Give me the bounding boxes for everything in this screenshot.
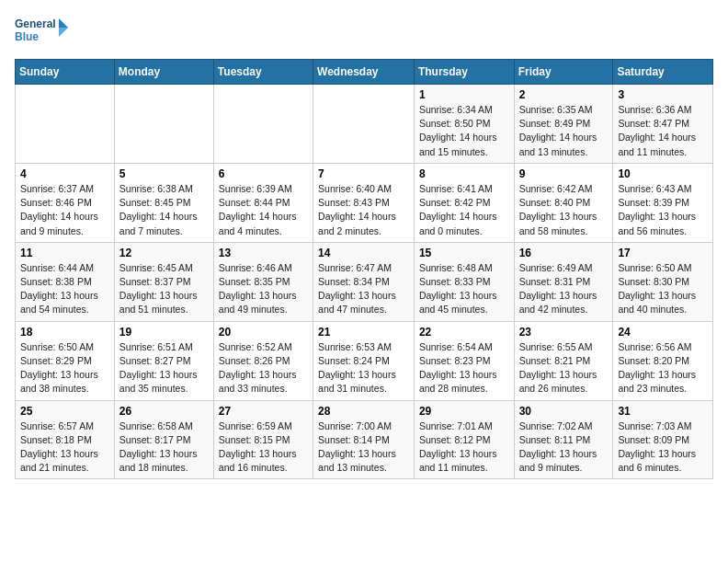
calendar-cell: 5Sunrise: 6:38 AM Sunset: 8:45 PM Daylig… [114, 163, 213, 242]
calendar-week-row: 18Sunrise: 6:50 AM Sunset: 8:29 PM Dayli… [16, 321, 713, 400]
day-number: 2 [519, 88, 609, 101]
calendar-cell: 3Sunrise: 6:36 AM Sunset: 8:47 PM Daylig… [613, 85, 713, 164]
day-number: 30 [519, 405, 609, 418]
calendar-cell: 7Sunrise: 6:40 AM Sunset: 8:43 PM Daylig… [313, 163, 415, 242]
calendar-cell: 24Sunrise: 6:56 AM Sunset: 8:20 PM Dayli… [613, 321, 713, 400]
day-info: Sunrise: 6:52 AM Sunset: 8:26 PM Dayligh… [219, 340, 308, 396]
svg-text:General: General [15, 17, 56, 30]
day-number: 17 [618, 247, 708, 259]
calendar-table: SundayMondayTuesdayWednesdayThursdayFrid… [15, 59, 713, 479]
day-number: 9 [519, 167, 609, 180]
weekday-header-cell: Friday [514, 60, 613, 85]
calendar-cell: 23Sunrise: 6:55 AM Sunset: 8:21 PM Dayli… [514, 321, 613, 400]
calendar-cell: 16Sunrise: 6:49 AM Sunset: 8:31 PM Dayli… [514, 242, 613, 321]
calendar-cell: 26Sunrise: 6:58 AM Sunset: 8:17 PM Dayli… [114, 400, 213, 479]
day-info: Sunrise: 6:47 AM Sunset: 8:34 PM Dayligh… [318, 261, 409, 317]
calendar-cell: 30Sunrise: 7:02 AM Sunset: 8:11 PM Dayli… [514, 400, 613, 479]
calendar-week-row: 25Sunrise: 6:57 AM Sunset: 8:18 PM Dayli… [16, 400, 713, 479]
day-number: 31 [618, 405, 708, 418]
calendar-cell: 28Sunrise: 7:00 AM Sunset: 8:14 PM Dayli… [313, 400, 415, 479]
calendar-week-row: 11Sunrise: 6:44 AM Sunset: 8:38 PM Dayli… [16, 242, 713, 321]
day-info: Sunrise: 6:43 AM Sunset: 8:39 PM Dayligh… [618, 182, 708, 238]
calendar-cell: 27Sunrise: 6:59 AM Sunset: 8:15 PM Dayli… [213, 400, 313, 479]
calendar-cell [114, 85, 213, 164]
calendar-cell: 18Sunrise: 6:50 AM Sunset: 8:29 PM Dayli… [16, 321, 115, 400]
calendar-week-row: 4Sunrise: 6:37 AM Sunset: 8:46 PM Daylig… [16, 163, 713, 242]
calendar-cell: 10Sunrise: 6:43 AM Sunset: 8:39 PM Dayli… [613, 163, 713, 242]
calendar-cell: 22Sunrise: 6:54 AM Sunset: 8:23 PM Dayli… [414, 321, 514, 400]
weekday-header-row: SundayMondayTuesdayWednesdayThursdayFrid… [16, 60, 713, 85]
day-info: Sunrise: 6:41 AM Sunset: 8:42 PM Dayligh… [419, 182, 509, 238]
day-number: 5 [119, 167, 209, 180]
day-number: 13 [219, 247, 308, 259]
day-number: 12 [119, 247, 209, 259]
day-number: 25 [20, 405, 109, 418]
day-number: 28 [318, 405, 409, 418]
weekday-header-cell: Monday [114, 60, 213, 85]
calendar-cell [213, 85, 313, 164]
day-info: Sunrise: 6:38 AM Sunset: 8:45 PM Dayligh… [119, 182, 209, 238]
day-info: Sunrise: 6:49 AM Sunset: 8:31 PM Dayligh… [519, 261, 609, 317]
day-number: 3 [618, 88, 708, 101]
day-number: 21 [318, 326, 409, 339]
day-number: 11 [20, 247, 109, 259]
day-info: Sunrise: 7:03 AM Sunset: 8:09 PM Dayligh… [618, 419, 708, 476]
day-info: Sunrise: 6:57 AM Sunset: 8:18 PM Dayligh… [20, 419, 109, 476]
calendar-cell: 20Sunrise: 6:52 AM Sunset: 8:26 PM Dayli… [213, 321, 313, 400]
calendar-cell: 19Sunrise: 6:51 AM Sunset: 8:27 PM Dayli… [114, 321, 213, 400]
weekday-header-cell: Wednesday [313, 60, 415, 85]
calendar-week-row: 1Sunrise: 6:34 AM Sunset: 8:50 PM Daylig… [16, 85, 713, 164]
day-info: Sunrise: 6:51 AM Sunset: 8:27 PM Dayligh… [119, 340, 209, 396]
calendar-cell: 12Sunrise: 6:45 AM Sunset: 8:37 PM Dayli… [114, 242, 213, 321]
day-info: Sunrise: 7:02 AM Sunset: 8:11 PM Dayligh… [519, 419, 609, 476]
day-info: Sunrise: 6:45 AM Sunset: 8:37 PM Dayligh… [119, 261, 209, 317]
day-info: Sunrise: 7:00 AM Sunset: 8:14 PM Dayligh… [318, 419, 409, 476]
day-info: Sunrise: 6:42 AM Sunset: 8:40 PM Dayligh… [519, 182, 609, 238]
weekday-header-cell: Tuesday [213, 60, 313, 85]
calendar-cell: 1Sunrise: 6:34 AM Sunset: 8:50 PM Daylig… [414, 85, 514, 164]
svg-marker-3 [59, 28, 68, 37]
calendar-cell: 13Sunrise: 6:46 AM Sunset: 8:35 PM Dayli… [213, 242, 313, 321]
day-number: 1 [419, 88, 509, 101]
calendar-cell: 17Sunrise: 6:50 AM Sunset: 8:30 PM Dayli… [613, 242, 713, 321]
day-number: 6 [219, 167, 308, 180]
day-info: Sunrise: 7:01 AM Sunset: 8:12 PM Dayligh… [419, 419, 509, 476]
day-number: 20 [219, 326, 308, 339]
day-number: 14 [318, 247, 409, 259]
page-header: General Blue [15, 15, 713, 48]
calendar-cell: 21Sunrise: 6:53 AM Sunset: 8:24 PM Dayli… [313, 321, 415, 400]
day-info: Sunrise: 6:36 AM Sunset: 8:47 PM Dayligh… [618, 103, 708, 159]
day-number: 24 [618, 326, 708, 339]
calendar-cell: 31Sunrise: 7:03 AM Sunset: 8:09 PM Dayli… [613, 400, 713, 479]
day-number: 18 [20, 326, 109, 339]
day-number: 10 [618, 167, 708, 180]
day-info: Sunrise: 6:50 AM Sunset: 8:30 PM Dayligh… [618, 261, 708, 317]
calendar-cell: 4Sunrise: 6:37 AM Sunset: 8:46 PM Daylig… [16, 163, 115, 242]
calendar-cell: 29Sunrise: 7:01 AM Sunset: 8:12 PM Dayli… [414, 400, 514, 479]
calendar-body: 1Sunrise: 6:34 AM Sunset: 8:50 PM Daylig… [16, 85, 713, 479]
calendar-cell: 11Sunrise: 6:44 AM Sunset: 8:38 PM Dayli… [16, 242, 115, 321]
day-number: 27 [219, 405, 308, 418]
svg-marker-2 [59, 18, 68, 28]
calendar-cell: 15Sunrise: 6:48 AM Sunset: 8:33 PM Dayli… [414, 242, 514, 321]
day-info: Sunrise: 6:53 AM Sunset: 8:24 PM Dayligh… [318, 340, 409, 396]
day-info: Sunrise: 6:55 AM Sunset: 8:21 PM Dayligh… [519, 340, 609, 396]
day-number: 26 [119, 405, 209, 418]
calendar-cell: 2Sunrise: 6:35 AM Sunset: 8:49 PM Daylig… [514, 85, 613, 164]
weekday-header-cell: Saturday [613, 60, 713, 85]
logo: General Blue [15, 15, 70, 48]
day-info: Sunrise: 6:37 AM Sunset: 8:46 PM Dayligh… [20, 182, 109, 238]
day-info: Sunrise: 6:39 AM Sunset: 8:44 PM Dayligh… [219, 182, 308, 238]
calendar-cell [313, 85, 415, 164]
day-number: 29 [419, 405, 509, 418]
calendar-cell: 9Sunrise: 6:42 AM Sunset: 8:40 PM Daylig… [514, 163, 613, 242]
day-info: Sunrise: 6:56 AM Sunset: 8:20 PM Dayligh… [618, 340, 708, 396]
day-number: 22 [419, 326, 509, 339]
calendar-cell: 25Sunrise: 6:57 AM Sunset: 8:18 PM Dayli… [16, 400, 115, 479]
day-number: 7 [318, 167, 409, 180]
weekday-header-cell: Thursday [414, 60, 514, 85]
day-info: Sunrise: 6:40 AM Sunset: 8:43 PM Dayligh… [318, 182, 409, 238]
calendar-cell: 14Sunrise: 6:47 AM Sunset: 8:34 PM Dayli… [313, 242, 415, 321]
weekday-header-cell: Sunday [16, 60, 115, 85]
day-info: Sunrise: 6:35 AM Sunset: 8:49 PM Dayligh… [519, 103, 609, 159]
